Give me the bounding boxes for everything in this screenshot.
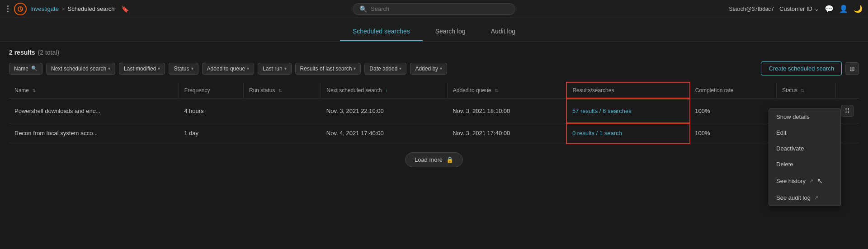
col-header-next-scheduled[interactable]: Next scheduled search ↑ [321, 83, 447, 99]
context-menu-see-history[interactable]: See history ↗ ↖ [769, 172, 840, 190]
breadcrumb-current: Scheduled search [67, 5, 114, 12]
context-menu: Show details Edit Deactivate Delete See … [769, 108, 841, 206]
filter-next-scheduled-label: Next scheduled search [51, 66, 106, 72]
customer-id-label: Customer ID [779, 5, 812, 12]
logo-icon[interactable] [14, 3, 27, 15]
sort-icon-run-status: ⇅ [278, 88, 282, 93]
user-icon[interactable]: 👤 [839, 5, 848, 13]
sort-icon-next-scheduled: ↑ [385, 88, 387, 93]
sort-icon-status: ⇅ [801, 88, 804, 93]
context-menu-show-details[interactable]: Show details [769, 109, 840, 125]
tab-search-log-label: Search log [435, 28, 466, 35]
filter-date-added[interactable]: Date added ▾ [364, 63, 406, 75]
col-status-label: Status [782, 87, 797, 94]
cell-completion-2: 100% [689, 123, 776, 143]
columns-selector-button[interactable]: ⊞ [845, 62, 859, 75]
cell-added-queue-2: Nov. 3, 2021 17:40:00 [447, 123, 567, 143]
main-content: 2 results (2 total) Name 🔍 Next schedule… [0, 42, 868, 174]
theme-icon[interactable]: 🌙 [854, 5, 863, 13]
cell-name-2: Recon from local system acco... [9, 123, 179, 143]
chevron-down-icon: ▾ [247, 66, 249, 71]
filter-added-to-queue[interactable]: Added to queue ▾ [202, 63, 255, 75]
col-completion-label: Completion rate [695, 87, 734, 94]
context-menu-edit[interactable]: Edit [769, 125, 840, 141]
col-header-added-to-queue[interactable]: Added to queue ⇅ [447, 83, 567, 99]
table-row: Recon from local system acco... 1 day No… [9, 123, 859, 143]
results-header: 2 results (2 total) [9, 49, 859, 56]
filter-results-of-last-search[interactable]: Results of last search ▾ [295, 63, 361, 75]
tab-scheduled-searches[interactable]: Scheduled searches [340, 22, 423, 41]
nav-menu-button[interactable] [5, 4, 10, 14]
results-searches-link-1[interactable]: 57 results / 6 searches [572, 108, 632, 114]
col-results-label: Results/searches [572, 87, 614, 94]
col-name-label: Name [14, 87, 29, 94]
filter-added-by[interactable]: Added by ▾ [410, 63, 447, 75]
results-total: (2 total) [38, 49, 59, 56]
create-scheduled-search-button[interactable]: Create scheduled search [761, 61, 842, 75]
context-menu-deactivate[interactable]: Deactivate [769, 141, 840, 156]
chevron-down-icon: ▾ [191, 66, 193, 71]
table-row: Powershell downloads and enc... 4 hours … [9, 99, 859, 123]
col-header-run-status[interactable]: Run status ⇅ [243, 83, 321, 99]
row-action-button-1[interactable]: ⁞⁞ [841, 105, 854, 117]
cell-added-queue-1: Nov. 3, 2021 18:10:00 [447, 99, 567, 123]
chevron-down-icon: ▾ [108, 66, 110, 71]
chevron-down-icon: ▾ [440, 66, 442, 71]
tab-scheduled-searches-label: Scheduled searches [353, 28, 410, 35]
table-header-row: Name ⇅ Frequency Run status ⇅ Next sched… [9, 83, 859, 99]
col-header-status[interactable]: Status ⇅ [777, 83, 835, 99]
context-menu-delete[interactable]: Delete [769, 156, 840, 172]
col-header-results-searches: Results/searches [567, 83, 689, 99]
results-count: 2 results [9, 49, 35, 56]
cell-frequency-2: 1 day [179, 123, 243, 143]
filter-status-label: Status [174, 66, 189, 72]
col-added-queue-label: Added to queue [453, 87, 491, 94]
cell-completion-1: 100% [689, 99, 776, 123]
results-searches-link-2[interactable]: 0 results / 1 search [572, 130, 622, 136]
cell-frequency-1: 4 hours [179, 99, 243, 123]
load-more-label: Load more [415, 156, 443, 163]
user-info: Search@37fb8ac7 [729, 6, 774, 12]
cell-run-status-1 [243, 99, 321, 123]
chevron-down-icon: ▾ [158, 66, 160, 71]
load-more-button[interactable]: Load more 🔒 [405, 152, 463, 167]
user-email: Search@37fb8ac7 [729, 6, 774, 12]
messages-icon[interactable]: 💬 [825, 5, 834, 13]
col-run-status-label: Run status [249, 87, 275, 94]
bookmark-icon[interactable]: 🔖 [121, 5, 129, 13]
context-see-audit-log-label: See audit log [776, 194, 811, 201]
cell-results-1: 57 results / 6 searches [567, 99, 689, 123]
tab-audit-log[interactable]: Audit log [478, 22, 528, 41]
cell-name-1: Powershell downloads and enc... [9, 99, 179, 123]
customer-id-dropdown[interactable]: Customer ID ⌄ [779, 5, 819, 12]
context-show-details-label: Show details [776, 113, 810, 120]
cursor-pointer-indicator: ↖ [817, 177, 823, 185]
search-icon: 🔍 [359, 5, 367, 13]
filter-last-modified[interactable]: Last modified ▾ [119, 63, 165, 75]
sort-icon-added-queue: ⇅ [495, 88, 498, 93]
breadcrumb-parent-link[interactable]: Investigate [30, 5, 59, 12]
context-menu-see-audit-log[interactable]: See audit log ↗ [769, 190, 840, 206]
topbar-right: Search@37fb8ac7 Customer ID ⌄ 💬 👤 🌙 [729, 5, 863, 13]
chevron-down-icon: ▾ [284, 66, 287, 71]
filter-added-by-label: Added by [415, 66, 438, 72]
search-input-wrap: 🔍 [353, 3, 515, 15]
filter-status[interactable]: Status ▾ [169, 63, 198, 75]
filter-next-scheduled-search[interactable]: Next scheduled search ▾ [46, 63, 115, 75]
tab-search-log[interactable]: Search log [423, 22, 478, 41]
lock-icon: 🔒 [446, 156, 453, 163]
columns-icon: ⊞ [849, 65, 855, 72]
sort-icon-name: ⇅ [32, 88, 36, 93]
col-header-completion-rate: Completion rate [689, 83, 776, 99]
filter-last-run-label: Last run [263, 66, 282, 72]
cell-next-scheduled-1: Nov. 3, 2021 22:10:00 [321, 99, 447, 123]
search-input[interactable] [371, 5, 509, 12]
filter-name[interactable]: Name 🔍 [9, 63, 42, 75]
chevron-down-icon: ▾ [354, 66, 356, 71]
col-header-name[interactable]: Name ⇅ [9, 83, 179, 99]
breadcrumb-separator: > [61, 5, 65, 12]
filter-last-run[interactable]: Last run ▾ [258, 63, 291, 75]
tab-audit-log-label: Audit log [491, 28, 515, 35]
filter-results-label: Results of last search [300, 66, 352, 72]
context-delete-label: Delete [776, 161, 793, 168]
